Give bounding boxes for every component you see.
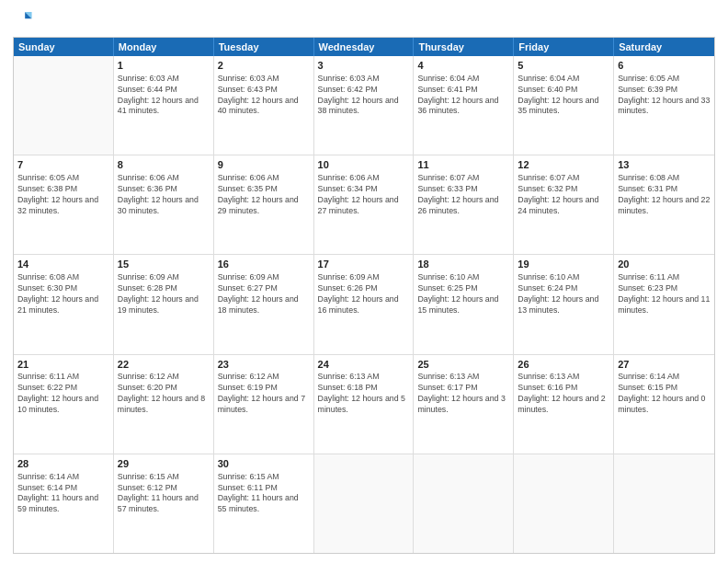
day-number: 1 [118,59,210,73]
calendar-cell: 28Sunrise: 6:14 AMSunset: 6:14 PMDayligh… [14,454,114,553]
calendar-cell: 19Sunrise: 6:10 AMSunset: 6:24 PMDayligh… [514,255,614,353]
day-number: 18 [417,258,509,271]
day-number: 28 [17,457,109,471]
cell-info: Sunrise: 6:06 AMSunset: 6:34 PMDaylight:… [318,173,410,217]
cell-info: Sunrise: 6:06 AMSunset: 6:36 PMDaylight:… [118,173,210,217]
calendar-cell: 13Sunrise: 6:08 AMSunset: 6:31 PMDayligh… [614,155,714,254]
calendar-header: SundayMondayTuesdayWednesdayThursdayFrid… [14,38,714,56]
calendar-cell: 9Sunrise: 6:06 AMSunset: 6:35 PMDaylight… [214,155,314,254]
cell-info: Sunrise: 6:09 AMSunset: 6:26 PMDaylight:… [318,272,410,316]
cell-info: Sunrise: 6:12 AMSunset: 6:20 PMDaylight:… [118,372,210,416]
header-day-friday: Friday [514,38,614,56]
day-number: 19 [518,258,609,271]
header-day-monday: Monday [114,38,214,56]
day-number: 17 [318,258,410,271]
calendar-cell: 6Sunrise: 6:05 AMSunset: 6:39 PMDaylight… [614,56,714,155]
calendar-cell: 4Sunrise: 6:04 AMSunset: 6:41 PMDaylight… [414,56,514,155]
day-number: 21 [17,358,109,372]
calendar-cell: 8Sunrise: 6:06 AMSunset: 6:36 PMDaylight… [114,155,214,254]
calendar-cell: 24Sunrise: 6:13 AMSunset: 6:18 PMDayligh… [314,355,415,454]
cell-info: Sunrise: 6:15 AMSunset: 6:11 PMDaylight:… [218,472,310,516]
day-number: 13 [618,158,711,172]
day-number: 12 [518,158,609,172]
calendar-cell: 22Sunrise: 6:12 AMSunset: 6:20 PMDayligh… [114,355,214,454]
calendar-cell [514,454,614,553]
cell-info: Sunrise: 6:14 AMSunset: 6:15 PMDaylight:… [618,372,711,416]
calendar-row-0: 1Sunrise: 6:03 AMSunset: 6:44 PMDaylight… [14,56,714,155]
header [13,9,715,29]
day-number: 2 [218,59,310,73]
cell-info: Sunrise: 6:07 AMSunset: 6:32 PMDaylight:… [518,173,609,217]
calendar-cell: 26Sunrise: 6:13 AMSunset: 6:16 PMDayligh… [514,355,614,454]
calendar-row-4: 28Sunrise: 6:14 AMSunset: 6:14 PMDayligh… [14,454,714,553]
calendar-cell: 15Sunrise: 6:09 AMSunset: 6:28 PMDayligh… [114,255,214,353]
calendar-row-1: 7Sunrise: 6:05 AMSunset: 6:38 PMDaylight… [14,155,714,255]
calendar-cell: 17Sunrise: 6:09 AMSunset: 6:26 PMDayligh… [314,255,415,353]
calendar-cell: 25Sunrise: 6:13 AMSunset: 6:17 PMDayligh… [414,355,514,454]
page: SundayMondayTuesdayWednesdayThursdayFrid… [0,0,728,563]
calendar-cell [414,454,514,553]
calendar-cell: 7Sunrise: 6:05 AMSunset: 6:38 PMDaylight… [14,155,114,254]
cell-info: Sunrise: 6:03 AMSunset: 6:43 PMDaylight:… [218,74,310,118]
calendar-cell [614,454,714,553]
cell-info: Sunrise: 6:05 AMSunset: 6:39 PMDaylight:… [618,74,711,118]
day-number: 5 [518,59,609,73]
day-number: 7 [17,158,109,172]
day-number: 22 [118,358,210,372]
logo [13,9,37,29]
calendar-cell: 12Sunrise: 6:07 AMSunset: 6:32 PMDayligh… [514,155,614,254]
day-number: 15 [118,258,210,271]
day-number: 16 [218,258,310,271]
calendar-row-2: 14Sunrise: 6:08 AMSunset: 6:30 PMDayligh… [14,255,714,354]
header-day-sunday: Sunday [14,38,114,56]
cell-info: Sunrise: 6:14 AMSunset: 6:14 PMDaylight:… [17,472,109,516]
cell-info: Sunrise: 6:10 AMSunset: 6:25 PMDaylight:… [417,272,509,316]
calendar-body: 1Sunrise: 6:03 AMSunset: 6:44 PMDaylight… [14,56,714,553]
cell-info: Sunrise: 6:13 AMSunset: 6:16 PMDaylight:… [518,372,609,416]
cell-info: Sunrise: 6:12 AMSunset: 6:19 PMDaylight:… [218,372,310,416]
calendar-cell: 10Sunrise: 6:06 AMSunset: 6:34 PMDayligh… [314,155,415,254]
header-day-wednesday: Wednesday [314,38,415,56]
day-number: 10 [318,158,410,172]
day-number: 29 [118,457,210,471]
day-number: 24 [318,358,410,372]
day-number: 30 [218,457,310,471]
calendar-cell: 27Sunrise: 6:14 AMSunset: 6:15 PMDayligh… [614,355,714,454]
cell-info: Sunrise: 6:11 AMSunset: 6:22 PMDaylight:… [17,372,109,416]
calendar-cell [14,56,114,155]
day-number: 27 [618,358,711,372]
calendar-cell [314,454,415,553]
calendar-cell: 30Sunrise: 6:15 AMSunset: 6:11 PMDayligh… [214,454,314,553]
cell-info: Sunrise: 6:10 AMSunset: 6:24 PMDaylight:… [518,272,609,316]
header-day-tuesday: Tuesday [214,38,314,56]
calendar-cell: 1Sunrise: 6:03 AMSunset: 6:44 PMDaylight… [114,56,214,155]
calendar-cell: 18Sunrise: 6:10 AMSunset: 6:25 PMDayligh… [414,255,514,353]
calendar-cell: 21Sunrise: 6:11 AMSunset: 6:22 PMDayligh… [14,355,114,454]
calendar-cell: 29Sunrise: 6:15 AMSunset: 6:12 PMDayligh… [114,454,214,553]
cell-info: Sunrise: 6:15 AMSunset: 6:12 PMDaylight:… [118,472,210,516]
calendar-cell: 20Sunrise: 6:11 AMSunset: 6:23 PMDayligh… [614,255,714,353]
calendar-cell: 11Sunrise: 6:07 AMSunset: 6:33 PMDayligh… [414,155,514,254]
day-number: 8 [118,158,210,172]
cell-info: Sunrise: 6:08 AMSunset: 6:30 PMDaylight:… [17,272,109,316]
day-number: 4 [417,59,509,73]
cell-info: Sunrise: 6:04 AMSunset: 6:40 PMDaylight:… [518,74,609,118]
day-number: 26 [518,358,609,372]
calendar-cell: 3Sunrise: 6:03 AMSunset: 6:42 PMDaylight… [314,56,415,155]
day-number: 23 [218,358,310,372]
cell-info: Sunrise: 6:09 AMSunset: 6:27 PMDaylight:… [218,272,310,316]
calendar-cell: 23Sunrise: 6:12 AMSunset: 6:19 PMDayligh… [214,355,314,454]
cell-info: Sunrise: 6:07 AMSunset: 6:33 PMDaylight:… [417,173,509,217]
header-day-thursday: Thursday [414,38,514,56]
cell-info: Sunrise: 6:03 AMSunset: 6:42 PMDaylight:… [318,74,410,118]
header-day-saturday: Saturday [614,38,714,56]
logo-icon [13,9,33,29]
cell-info: Sunrise: 6:09 AMSunset: 6:28 PMDaylight:… [118,272,210,316]
cell-info: Sunrise: 6:04 AMSunset: 6:41 PMDaylight:… [417,74,509,118]
cell-info: Sunrise: 6:13 AMSunset: 6:18 PMDaylight:… [318,372,410,416]
cell-info: Sunrise: 6:11 AMSunset: 6:23 PMDaylight:… [618,272,711,316]
day-number: 6 [618,59,711,73]
calendar-row-3: 21Sunrise: 6:11 AMSunset: 6:22 PMDayligh… [14,355,714,454]
cell-info: Sunrise: 6:13 AMSunset: 6:17 PMDaylight:… [417,372,509,416]
calendar-cell: 2Sunrise: 6:03 AMSunset: 6:43 PMDaylight… [214,56,314,155]
